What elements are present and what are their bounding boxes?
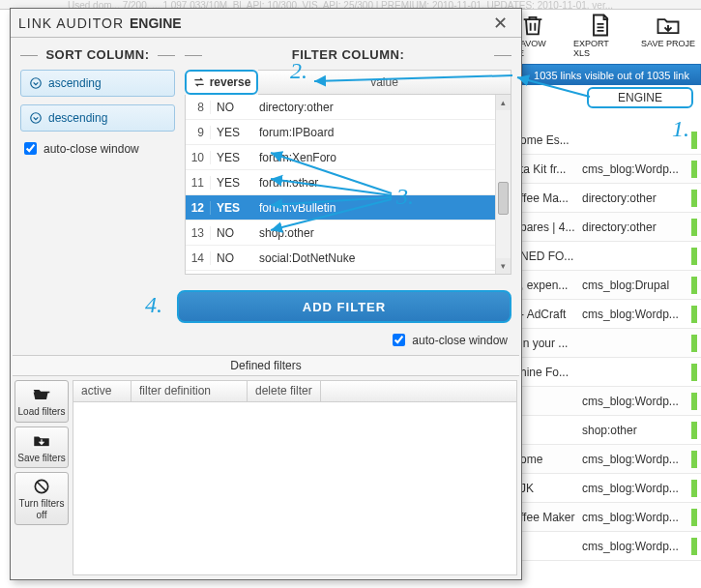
swap-icon	[192, 75, 206, 89]
row-value: forum:IPBoard	[251, 126, 495, 139]
filter-row[interactable]: 11YESforum:other	[186, 170, 495, 195]
button-label: reverse	[210, 75, 251, 89]
row-value: forum:other	[251, 176, 495, 190]
grid-row[interactable]: omecms_blog:Wordp...	[518, 445, 701, 474]
modal-titlebar: LINK AUDITOR ENGINE ✕	[11, 9, 521, 38]
filter-row[interactable]: 9YESforum:IPBoard	[186, 120, 495, 145]
cell: - AdCraft	[518, 308, 578, 321]
reverse-button[interactable]: reverse	[185, 70, 258, 95]
button-label: Save filters	[17, 453, 65, 464]
grid-row[interactable]: in your ...	[518, 329, 701, 358]
grid-row[interactable]: shop:other	[518, 416, 701, 445]
button-label: Load filters	[18, 406, 66, 418]
checkbox-label: auto-close window	[44, 142, 139, 156]
status-bar-icon	[691, 538, 697, 555]
cell: cms_blog:Wordp...	[578, 482, 685, 495]
cell: cms_blog:Wordp...	[578, 395, 685, 408]
filter-row[interactable]: 10YESforum:XenForo	[186, 145, 495, 170]
load-filters-button[interactable]: Load filters	[15, 380, 69, 423]
auto-close-checkbox-left[interactable]: auto-close window	[20, 139, 175, 158]
cell: cms_blog:Wordp...	[578, 308, 685, 321]
grid-row[interactable]: NED FO...	[518, 242, 701, 271]
checkbox-input[interactable]	[24, 142, 37, 155]
folder-open-icon	[31, 385, 52, 404]
grid-row[interactable]: JKcms_blog:Wordp...	[518, 474, 701, 503]
grid-row[interactable]: hine Fo...	[518, 358, 701, 387]
main-toolbar: DISAVOW FILE EXPORT XLS SAVE PROJE	[500, 10, 701, 64]
export-xls-button[interactable]: EXPORT XLS	[573, 12, 628, 64]
grid-row[interactable]: - AdCraftcms_blog:Wordp...	[518, 300, 701, 329]
close-button[interactable]: ✕	[487, 13, 513, 34]
cell: ome Es...	[518, 133, 578, 147]
grid-row[interactable]: ffee Makercms_blog:Wordp...	[518, 503, 701, 532]
grid-row[interactable]: ffee Ma...directory:other	[518, 184, 701, 213]
cell: NED FO...	[518, 250, 578, 263]
toolbar-label: EXPORT XLS	[573, 39, 628, 58]
filter-values-list: 8NOdirectory:other9YESforum:IPBoard10YES…	[185, 95, 511, 275]
filter-column-section: FILTER COLUMN: reverse value 8NOdirector…	[185, 47, 511, 275]
row-reverse-flag: NO	[211, 226, 251, 240]
scroll-thumb[interactable]	[498, 182, 509, 215]
background-grid: ome Es...ta Kit fr...cms_blog:Wordp...ff…	[518, 126, 701, 588]
col-delete-filter[interactable]: delete filter	[248, 381, 321, 401]
column-header-engine[interactable]: ENGINE	[587, 87, 693, 108]
grid-row[interactable]: ta Kit fr...cms_blog:Wordp...	[518, 155, 701, 184]
grid-row[interactable]: , expen...cms_blog:Drupal	[518, 271, 701, 300]
status-bar-icon	[691, 422, 697, 439]
scroll-down-button[interactable]: ▾	[496, 258, 511, 274]
sort-descending-button[interactable]: descending	[20, 104, 175, 132]
cell: shop:other	[578, 424, 685, 437]
folder-save-icon	[655, 12, 682, 39]
grid-row[interactable]: pares | 4...directory:other	[518, 213, 701, 242]
col-filter-definition[interactable]: filter definition	[131, 381, 248, 401]
cell: ffee Maker	[518, 511, 578, 524]
save-filters-button[interactable]: Save filters	[15, 426, 69, 469]
grid-row[interactable]: ome Es...	[518, 126, 701, 155]
row-number: 8	[186, 101, 211, 114]
row-number: 14	[186, 251, 211, 265]
filter-row[interactable]: 8NOdirectory:other	[186, 95, 495, 120]
cell: in your ...	[518, 337, 578, 350]
folder-save-icon	[31, 431, 52, 451]
scrollbar-vertical[interactable]: ▴ ▾	[495, 95, 511, 274]
grid-row[interactable]: cms_blog:Wordp...	[518, 532, 701, 561]
grid-row[interactable]: cms_blog:Wordp...	[518, 387, 701, 416]
checkbox-input[interactable]	[393, 334, 405, 346]
cell: hine Fo...	[518, 366, 578, 379]
svg-point-0	[31, 78, 42, 89]
filter-row[interactable]: 14NOsocial:DotNetNuke	[186, 246, 495, 271]
row-reverse-flag: YES	[211, 126, 251, 139]
cell: ta Kit fr...	[518, 162, 578, 176]
row-number: 13	[186, 226, 211, 240]
turn-filters-off-button[interactable]: Turn filters off	[15, 472, 69, 525]
checkbox-label: auto-close window	[412, 334, 508, 347]
status-bar-icon	[691, 509, 697, 526]
row-value: social:DotNetNuke	[251, 251, 495, 265]
value-column-header[interactable]: value	[258, 70, 511, 95]
auto-close-checkbox-right[interactable]: auto-close window	[389, 331, 508, 349]
sort-ascending-button[interactable]: ascending	[20, 70, 175, 97]
cell: ffee Ma...	[518, 191, 578, 205]
row-number: 10	[186, 151, 211, 164]
status-bar-icon	[691, 219, 697, 236]
row-reverse-flag: YES	[211, 201, 251, 215]
filter-row[interactable]: 12YESforum:vBulletin	[186, 195, 495, 220]
scroll-up-button[interactable]: ▴	[496, 95, 511, 110]
col-active[interactable]: active	[73, 381, 131, 401]
row-value: directory:other	[251, 101, 495, 114]
add-filter-button[interactable]: ADD FILTER	[177, 290, 511, 323]
toolbar-label: SAVE PROJE	[641, 39, 695, 48]
status-bar-icon	[691, 335, 697, 352]
trash-icon	[519, 12, 546, 39]
button-label: descending	[48, 111, 107, 125]
status-bar-icon	[691, 480, 697, 497]
save-project-button[interactable]: SAVE PROJE	[641, 12, 695, 64]
row-value: forum:XenForo	[251, 151, 495, 164]
row-value: shop:other	[251, 226, 495, 240]
filter-file-actions: Load filters Save filters Turn filters o…	[15, 380, 69, 575]
modal-title-app: LINK AUDITOR	[18, 15, 124, 31]
cell: cms_blog:Wordp...	[578, 511, 685, 524]
filter-row[interactable]: 13NOshop:other	[186, 220, 495, 246]
defined-filters-grid: active filter definition delete filter	[73, 380, 517, 575]
chevron-down-circle-icon	[29, 76, 43, 90]
